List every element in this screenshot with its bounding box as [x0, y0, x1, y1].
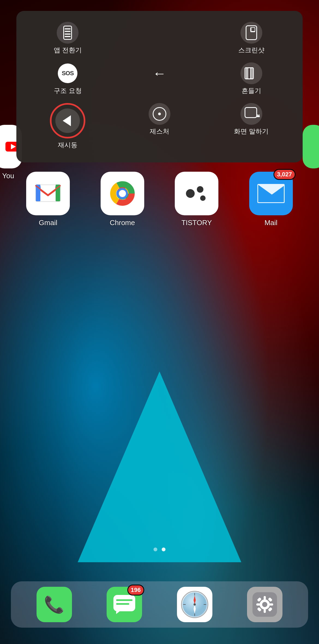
mail-label: Mail [264, 219, 278, 227]
assistive-touch-menu: 앱 전환기 스크린샷 SOS 구조 요청 ← 흔들기 [16, 11, 303, 162]
dock-item-messages[interactable]: 196 [107, 587, 142, 622]
gesture-icon [149, 103, 170, 125]
messages-badge: 196 [127, 585, 145, 595]
screenshot-label: 스크린샷 [238, 46, 264, 54]
phone-app-icon: 📞 [37, 587, 72, 622]
menu-item-speak[interactable]: ❝ 화면 말하기 [205, 100, 297, 138]
svg-rect-44 [264, 596, 266, 600]
menu-item-screenshot[interactable]: 스크린샷 [205, 19, 297, 57]
partial-app-right[interactable] [303, 125, 319, 168]
phone-icon: 📞 [44, 595, 64, 614]
gesture-label: 제스처 [150, 128, 169, 135]
svg-point-40 [194, 603, 196, 606]
menu-item-restart[interactable]: 재시동 [22, 100, 114, 152]
menu-item-shake[interactable]: 흔들기 [205, 60, 297, 98]
screenshot-icon [240, 22, 262, 44]
menu-item-sos[interactable]: SOS 구조 요청 [22, 60, 114, 98]
svg-rect-47 [269, 603, 273, 606]
app-switcher-label: 앱 전환기 [54, 46, 82, 54]
svg-point-43 [263, 602, 267, 607]
settings-app-icon [247, 587, 282, 622]
page-dot-2 [162, 548, 165, 551]
svg-point-26 [197, 186, 203, 193]
app-item-tistory[interactable]: TISTORY [175, 172, 218, 227]
dock-item-settings[interactable] [247, 587, 282, 622]
wallpaper-triangle [78, 371, 241, 562]
svg-rect-45 [264, 609, 266, 613]
chrome-label: Chrome [110, 219, 135, 227]
safari-app-icon [177, 587, 212, 622]
chrome-icon [101, 172, 144, 215]
app-switcher-icon [57, 22, 79, 44]
dock: 📞 196 [11, 581, 308, 628]
page-dot-1 [154, 548, 157, 551]
app-grid: Gmail [0, 172, 319, 227]
app-item-mail[interactable]: 3,027 Mail [249, 172, 293, 227]
svg-point-27 [200, 195, 206, 201]
sos-label: 구조 요청 [54, 87, 82, 95]
app-item-gmail[interactable]: Gmail [26, 172, 70, 227]
tistory-label: TISTORY [181, 219, 212, 227]
svg-point-25 [186, 189, 195, 198]
page-indicator [154, 548, 165, 551]
gmail-icon [26, 172, 70, 215]
shake-label: 흔들기 [242, 87, 261, 95]
arrow-left-icon: ← [149, 62, 170, 84]
restart-icon [50, 103, 85, 138]
menu-item-app-switcher[interactable]: 앱 전환기 [22, 19, 114, 57]
speak-screen-icon: ❝ [240, 103, 262, 125]
svg-marker-31 [116, 611, 120, 614]
svg-rect-46 [256, 603, 260, 606]
svg-point-24 [119, 190, 126, 197]
restart-label: 재시동 [58, 141, 77, 149]
dock-item-safari[interactable] [177, 587, 212, 622]
menu-item-gesture[interactable]: 제스처 [114, 100, 206, 138]
menu-item-arrow[interactable]: ← [114, 60, 206, 87]
svg-rect-11 [36, 185, 60, 201]
mail-badge: 3,027 [273, 169, 296, 180]
speak-label: 화면 말하기 [234, 128, 269, 135]
tistory-icon [175, 172, 218, 215]
gmail-label: Gmail [39, 219, 57, 227]
sos-icon: SOS [57, 62, 79, 84]
app-item-chrome[interactable]: Chrome [101, 172, 144, 227]
shake-icon [240, 62, 262, 84]
dock-item-phone[interactable]: 📞 [37, 587, 72, 622]
